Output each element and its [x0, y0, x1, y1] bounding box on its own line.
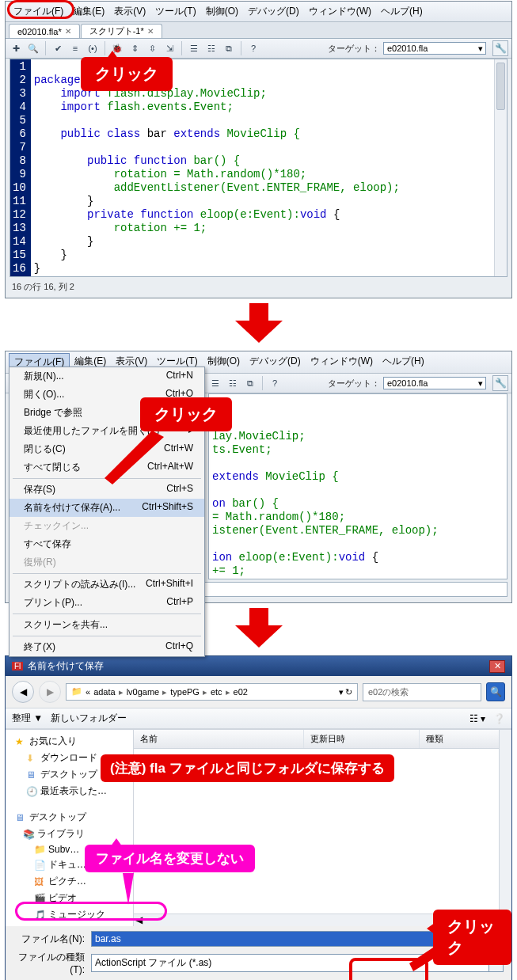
tree-favorites[interactable]: お気に入り: [29, 735, 77, 748]
menu-control[interactable]: 制御(O): [203, 353, 245, 371]
scroll-thumb[interactable]: [496, 63, 505, 110]
col-name[interactable]: 名前: [134, 730, 304, 748]
close-icon[interactable]: ✕: [147, 27, 154, 36]
v-scrollbar[interactable]: [499, 730, 511, 926]
file-saveas[interactable]: 名前を付けて保存(A)...Ctrl+Shift+S: [10, 499, 204, 517]
close-icon[interactable]: ✕: [65, 27, 71, 36]
separator: [13, 636, 201, 636]
view-icon[interactable]: ☷ ▾: [469, 713, 485, 724]
expand-icon[interactable]: ⇳: [145, 41, 159, 55]
tree-download[interactable]: ダウンロード: [40, 751, 97, 765]
file-new[interactable]: 新規(N)...Ctrl+N: [10, 367, 204, 386]
callout-tail: [116, 873, 140, 905]
menu-debug[interactable]: デバッグ(D): [245, 353, 306, 371]
breadcrumb-seg[interactable]: typePG: [170, 687, 200, 697]
tree-desktop[interactable]: デスクトップ: [40, 768, 97, 781]
desktop-icon: 🖥: [26, 769, 37, 781]
status-bar: 16 の行 16, 列 2: [6, 279, 511, 294]
folder-icon: 📁: [71, 686, 82, 697]
library-icon: 📚: [23, 829, 34, 840]
target-label: ターゲット：: [328, 378, 380, 389]
code-area[interactable]: lay.MovieClip; ts.Event; extends MovieCl…: [209, 394, 507, 579]
tree-library[interactable]: ライブラリ: [37, 827, 85, 841]
tree-desktop2[interactable]: デスクトップ: [29, 811, 86, 824]
tree-subv[interactable]: Subv…: [48, 844, 79, 855]
toolbar-row: 整理 ▼ 新しいフォルダー ☷ ▾ ❔: [6, 708, 511, 729]
wrench-icon[interactable]: 🔧: [492, 375, 508, 391]
separator: [13, 573, 201, 574]
file-share[interactable]: スクリーンを共有...: [10, 616, 204, 634]
newfolder-button[interactable]: 新しいフォルダー: [51, 712, 127, 725]
tab-fla[interactable]: e02010.fla*✕: [9, 24, 80, 38]
breadcrumb-seg[interactable]: e02: [234, 687, 248, 697]
help-icon[interactable]: ?: [268, 376, 282, 390]
menu-control[interactable]: 制御(O): [201, 3, 243, 20]
back-button[interactable]: ◀: [12, 681, 34, 703]
col-date[interactable]: 更新日時: [304, 730, 420, 748]
col-type[interactable]: 種類: [420, 730, 511, 748]
code-editor[interactable]: 12345678910111213141516 package { import…: [10, 59, 507, 277]
tab-script[interactable]: スクリプト-1*✕: [81, 24, 162, 38]
separator: [13, 613, 201, 614]
tree-music[interactable]: ミュージック: [48, 908, 105, 921]
file-print[interactable]: プリント(P)...Ctrl+P: [10, 594, 204, 612]
menu-help[interactable]: ヘルプ(H): [376, 3, 428, 20]
tree-pict[interactable]: ピクチ…: [48, 875, 86, 888]
breadcrumb-seg[interactable]: lv0game: [127, 687, 160, 697]
nav-row: ◀ ▶ 📁 « adata▸ lv0game▸ typePG▸ etc▸ e02…: [6, 676, 511, 708]
options-icon[interactable]: ⧉: [243, 376, 257, 390]
add-icon[interactable]: ✚: [9, 41, 23, 55]
menu-view[interactable]: 表示(V): [109, 3, 150, 20]
options-icon[interactable]: ⧉: [222, 41, 236, 55]
menu-help[interactable]: ヘルプ(H): [378, 353, 429, 371]
file-saveall[interactable]: すべて保存: [10, 535, 204, 553]
search-button[interactable]: 🔍: [486, 682, 505, 701]
file-exit[interactable]: 終了(X)Ctrl+Q: [10, 638, 204, 656]
chevron-down-icon[interactable]: ▾: [339, 687, 344, 697]
comment-icon[interactable]: ☰: [187, 41, 201, 55]
target-select[interactable]: e02010.fla▾: [383, 377, 486, 389]
uncomment-icon[interactable]: ☷: [204, 41, 219, 55]
check-icon[interactable]: ✔: [51, 41, 65, 55]
tree-video[interactable]: ビデオ: [48, 891, 77, 905]
format-icon[interactable]: ≡: [68, 41, 82, 55]
refresh-icon[interactable]: ↻: [345, 687, 352, 697]
filename-label: ファイル名(N):: [13, 933, 85, 946]
tree-doc[interactable]: ドキュ…: [48, 858, 86, 872]
expand2-icon[interactable]: ⇲: [162, 41, 177, 55]
uncomment-icon[interactable]: ☷: [226, 376, 240, 390]
menu-tools[interactable]: ツール(T): [150, 3, 200, 20]
breadcrumb-seg[interactable]: etc: [211, 687, 222, 697]
help-icon[interactable]: ?: [246, 41, 260, 55]
menu-window[interactable]: ウィンドウ(W): [304, 3, 376, 20]
menu-window[interactable]: ウィンドウ(W): [306, 353, 378, 371]
dialog-titlebar: Fl名前を付けて保存 ✕: [6, 656, 511, 676]
flash-icon: Fl: [12, 662, 23, 670]
breadcrumb[interactable]: 📁 « adata▸ lv0game▸ typePG▸ etc▸ e02 ▾↻: [66, 683, 358, 701]
menu-debug[interactable]: デバッグ(D): [243, 3, 304, 20]
find-icon[interactable]: 🔍: [26, 41, 40, 55]
help-icon[interactable]: ❔: [493, 713, 505, 724]
organize-button[interactable]: 整理 ▼: [12, 712, 43, 725]
download-icon: ⬇: [26, 753, 37, 764]
menu-edit[interactable]: 編集(E): [68, 3, 109, 20]
wrench-icon[interactable]: 🔧: [492, 40, 508, 56]
target-value: e02010.fla: [387, 378, 428, 388]
search-input[interactable]: e02の検索: [363, 683, 481, 701]
target-select[interactable]: e02010.fla▾: [383, 42, 486, 55]
comment-icon[interactable]: ☰: [208, 376, 222, 390]
collapse-icon[interactable]: ⇕: [127, 41, 142, 55]
scrollbar[interactable]: [494, 59, 507, 276]
close-button[interactable]: ✕: [489, 660, 505, 673]
file-readscript[interactable]: スクリプトの読み込み(I)...Ctrl+Shift+I: [10, 575, 204, 594]
menu-file[interactable]: ファイル(F): [9, 3, 68, 20]
separator: [241, 41, 241, 55]
dialog-title: 名前を付けて保存: [28, 659, 104, 673]
hint-icon[interactable]: (•): [86, 41, 100, 55]
desktop-icon: 🖥: [15, 812, 26, 823]
code-editor[interactable]: lay.MovieClip; ts.Event; extends MovieCl…: [208, 393, 507, 579]
breadcrumb-seg[interactable]: adata: [93, 687, 116, 697]
callout-click: クリック: [433, 910, 511, 965]
tree-recent[interactable]: 最近表示した…: [40, 784, 107, 798]
code-area[interactable]: package { import flash.display.MovieClip…: [31, 59, 507, 276]
